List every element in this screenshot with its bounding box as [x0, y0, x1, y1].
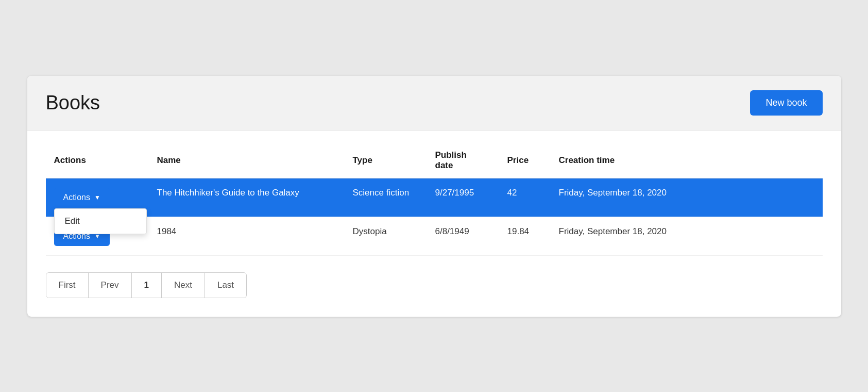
col-header-actions: Actions: [46, 143, 149, 178]
books-table-container: Actions Name Type Publishdate Price Crea…: [46, 143, 823, 256]
actions-button-label: Actions: [63, 193, 90, 202]
col-header-creation-time: Creation time: [551, 143, 823, 178]
pagination-page-1[interactable]: 1: [132, 273, 162, 298]
col-header-name: Name: [149, 143, 345, 178]
dropdown-item-edit[interactable]: Edit: [55, 209, 146, 234]
table-cell-price-2: 19.84: [499, 217, 551, 255]
col-header-price: Price: [499, 143, 551, 178]
pagination-first[interactable]: First: [46, 273, 89, 298]
col-header-type: Type: [345, 143, 427, 178]
new-book-button[interactable]: New book: [750, 90, 822, 116]
table-cell-name-1: The Hitchhiker's Guide to the Galaxy: [149, 178, 345, 217]
actions-dropdown-1: Actions ▼ Edit: [54, 188, 110, 207]
actions-button-1[interactable]: Actions ▼: [54, 188, 110, 207]
table-row: Actions ▼ Edit The Hitchhiker's Guide to…: [46, 178, 823, 217]
pagination-next[interactable]: Next: [162, 273, 205, 298]
books-table: Actions Name Type Publishdate Price Crea…: [46, 143, 823, 256]
page-title: Books: [46, 92, 100, 114]
col-header-publish-date: Publishdate: [427, 143, 499, 178]
pagination: First Prev 1 Next Last: [46, 272, 247, 298]
table-cell-price-1: 42: [499, 178, 551, 217]
main-container: Books New book Actions Name Type Publish…: [27, 76, 841, 317]
table-header-row: Actions Name Type Publishdate Price Crea…: [46, 143, 823, 178]
pagination-prev[interactable]: Prev: [89, 273, 132, 298]
table-cell-creation-1: Friday, September 18, 2020: [551, 178, 823, 217]
chevron-down-icon: ▼: [94, 194, 100, 201]
pagination-last[interactable]: Last: [205, 273, 246, 298]
table-cell-creation-2: Friday, September 18, 2020: [551, 217, 823, 255]
table-cell-type-2: Dystopia: [345, 217, 427, 255]
dropdown-menu-1: Edit: [54, 208, 147, 234]
page-content: Actions Name Type Publishdate Price Crea…: [27, 130, 841, 317]
table-cell-name-2: 1984: [149, 217, 345, 255]
table-cell-actions-1: Actions ▼ Edit: [46, 178, 149, 217]
table-cell-publish-2: 6/8/1949: [427, 217, 499, 255]
table-cell-publish-1: 9/27/1995: [427, 178, 499, 217]
table-row: Actions ▼ 1984 Dystopia 6/8/1949 19.84 F…: [46, 217, 823, 255]
table-cell-type-1: Science fiction: [345, 178, 427, 217]
page-header: Books New book: [27, 76, 841, 130]
